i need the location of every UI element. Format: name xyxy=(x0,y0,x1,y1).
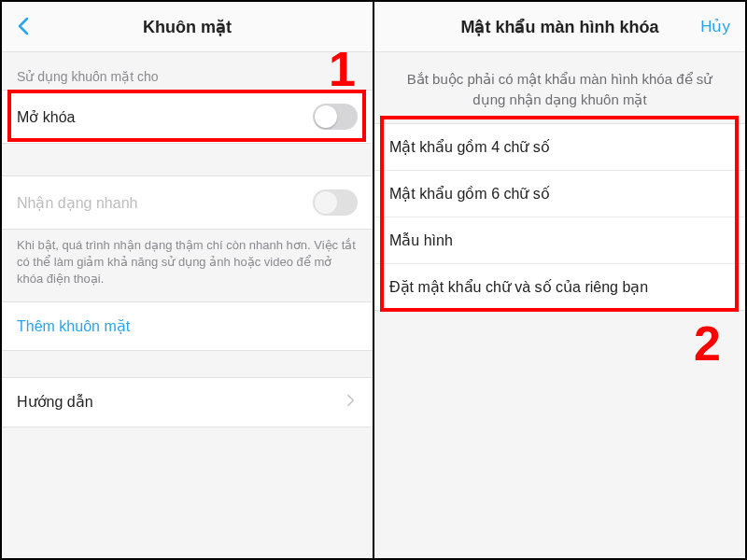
option-4-digit[interactable]: Mật khẩu gồm 4 chữ số xyxy=(374,124,745,171)
instruction-text: Bắt buộc phải có mật khẩu màn hình khóa … xyxy=(374,52,745,123)
annotation-number-2: 2 xyxy=(694,315,721,371)
option-4-digit-label: Mật khẩu gồm 4 chữ số xyxy=(389,139,550,155)
section-label-use-face-for: Sử dụng khuôn mặt cho xyxy=(2,52,373,90)
option-custom-label: Đặt mật khẩu chữ và số của riêng bạn xyxy=(389,279,648,295)
option-custom-alphanumeric[interactable]: Đặt mật khẩu chữ và số của riêng bạn xyxy=(374,264,745,311)
header-right: Mật khẩu màn hình khóa Hủy xyxy=(374,2,745,52)
row-fast-recognition-label: Nhận dạng nhanh xyxy=(17,194,313,212)
back-button[interactable] xyxy=(13,15,35,37)
chevron-right-icon xyxy=(343,393,358,412)
spacer xyxy=(2,144,373,175)
option-6-digit-label: Mật khẩu gồm 6 chữ số xyxy=(389,186,550,202)
dual-screenshot-container: Khuôn mặt Sử dụng khuôn mặt cho Mở khóa … xyxy=(0,0,747,560)
pane-lockscreen-password: Mật khẩu màn hình khóa Hủy Bắt buộc phải… xyxy=(374,2,745,558)
row-fast-recognition: Nhận dạng nhanh xyxy=(2,175,373,230)
row-unlock-label: Mở khóa xyxy=(17,108,313,126)
option-pattern[interactable]: Mẫu hình xyxy=(374,217,745,264)
toggle-unlock[interactable] xyxy=(313,104,358,130)
add-face-label: Thêm khuôn mặt xyxy=(17,318,130,334)
spacer xyxy=(2,351,373,377)
header-left: Khuôn mặt xyxy=(2,2,373,52)
pane-face-settings: Khuôn mặt Sử dụng khuôn mặt cho Mở khóa … xyxy=(2,2,374,558)
row-unlock[interactable]: Mở khóa xyxy=(2,90,373,144)
option-pattern-label: Mẫu hình xyxy=(389,232,453,248)
chevron-left-icon xyxy=(13,15,35,37)
page-title-right: Mật khẩu màn hình khóa xyxy=(460,17,658,37)
guide-label: Hướng dẫn xyxy=(17,393,93,411)
row-guide[interactable]: Hướng dẫn xyxy=(2,377,373,427)
fast-recognition-hint: Khi bật, quá trình nhận dạng thậm chí cò… xyxy=(2,230,373,301)
cancel-button[interactable]: Hủy xyxy=(700,17,730,36)
option-6-digit[interactable]: Mật khẩu gồm 6 chữ số xyxy=(374,171,745,217)
toggle-fast-recognition xyxy=(313,189,358,216)
page-title-left: Khuôn mặt xyxy=(143,17,232,37)
row-add-face[interactable]: Thêm khuôn mặt xyxy=(2,301,373,351)
password-options-list: Mật khẩu gồm 4 chữ số Mật khẩu gồm 6 chữ… xyxy=(374,123,745,311)
